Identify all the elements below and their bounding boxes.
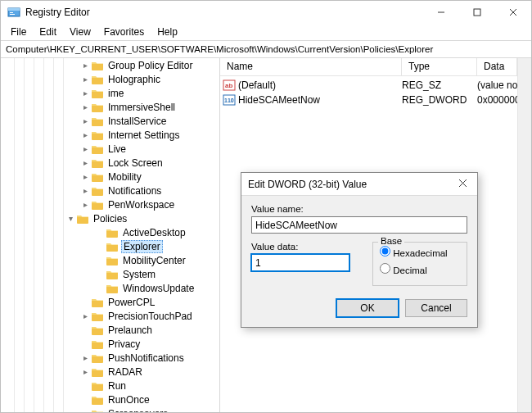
radio-hexadecimal[interactable]: Hexadecimal bbox=[380, 246, 460, 261]
tree-item[interactable]: Privacy bbox=[1, 337, 220, 351]
window-title: Registry Editor bbox=[25, 7, 423, 18]
tree-item[interactable]: ▸ime bbox=[1, 86, 220, 100]
folder-icon bbox=[106, 255, 119, 266]
tree-item-label: PenWorkspace bbox=[106, 199, 176, 211]
tree-pane[interactable]: ▸Group Policy Editor▸Holographic▸ime▸Imm… bbox=[1, 58, 220, 412]
folder-icon bbox=[106, 283, 119, 294]
maximize-button[interactable] bbox=[459, 1, 495, 24]
split-panes: ▸Group Policy Editor▸Holographic▸ime▸Imm… bbox=[1, 58, 531, 412]
tree-item[interactable]: PowerCPL bbox=[1, 295, 220, 309]
tree-expand-icon[interactable]: ▸ bbox=[79, 61, 91, 70]
address-bar[interactable]: Computer\HKEY_CURRENT_USER\SOFTWARE\Micr… bbox=[1, 40, 531, 58]
tree-item-label: Privacy bbox=[106, 338, 142, 350]
titlebar: Registry Editor bbox=[1, 1, 531, 24]
tree-item[interactable]: ActiveDesktop bbox=[1, 225, 220, 239]
folder-icon bbox=[106, 227, 119, 238]
tree-expand-icon[interactable]: ▸ bbox=[79, 144, 91, 153]
folder-icon bbox=[91, 157, 104, 169]
tree-expand-icon[interactable]: ▾ bbox=[65, 214, 76, 223]
tree-item[interactable]: ▾Policies bbox=[1, 211, 220, 225]
folder-icon bbox=[91, 129, 104, 141]
tree-expand-icon[interactable]: ▸ bbox=[79, 88, 91, 98]
tree-item[interactable]: WindowsUpdate bbox=[1, 281, 220, 295]
folder-icon bbox=[91, 366, 104, 378]
tree-item[interactable]: ▸Live bbox=[1, 142, 220, 156]
tree-expand-icon[interactable]: ▸ bbox=[79, 353, 91, 362]
tree-expand-icon[interactable]: ▸ bbox=[79, 158, 91, 167]
tree-item[interactable]: ▸Group Policy Editor bbox=[1, 58, 220, 72]
tree-expand-icon[interactable]: ▸ bbox=[79, 130, 91, 139]
minimize-button[interactable] bbox=[423, 1, 459, 24]
ok-button[interactable]: OK bbox=[336, 299, 399, 317]
tree-expand-icon[interactable]: ▸ bbox=[79, 367, 91, 376]
cancel-button[interactable]: Cancel bbox=[405, 299, 467, 317]
tree-item[interactable]: RunOnce bbox=[1, 393, 220, 406]
tree-expand-icon[interactable]: ▸ bbox=[79, 102, 91, 111]
registry-editor-window: Registry Editor File Edit View Favorites… bbox=[0, 0, 532, 413]
value-type-icon: ab bbox=[220, 79, 238, 92]
folder-icon bbox=[91, 338, 104, 350]
folder-icon bbox=[91, 408, 104, 413]
tree-item-label: Mobility bbox=[106, 171, 143, 183]
tree-item[interactable]: ▸Lock Screen bbox=[1, 156, 220, 170]
radio-decimal-input[interactable] bbox=[380, 263, 390, 274]
col-header-type[interactable]: Type bbox=[402, 58, 477, 75]
menu-edit[interactable]: Edit bbox=[33, 25, 63, 39]
tree-item-label: ime bbox=[106, 88, 125, 99]
tree-expand-icon[interactable]: ▸ bbox=[79, 311, 91, 320]
close-button[interactable] bbox=[495, 1, 531, 24]
tree-item[interactable]: ▸InstallService bbox=[1, 114, 220, 128]
folder-icon bbox=[91, 116, 104, 127]
value-data: 0x00000000 bbox=[477, 94, 517, 106]
folder-icon bbox=[91, 311, 104, 322]
tree-item[interactable]: ▸Notifications bbox=[1, 184, 220, 197]
tree-item-label: ActiveDesktop bbox=[121, 227, 187, 238]
tree-expand-icon[interactable]: ▸ bbox=[79, 409, 91, 412]
tree-expand-icon[interactable]: ▸ bbox=[79, 200, 91, 209]
tree-item[interactable]: Prelaunch bbox=[1, 323, 220, 337]
menu-help[interactable]: Help bbox=[151, 25, 184, 39]
radio-hexadecimal-input[interactable] bbox=[380, 246, 390, 256]
col-header-data[interactable]: Data bbox=[477, 58, 517, 75]
tree-expand-icon[interactable]: ▸ bbox=[79, 75, 91, 84]
menubar: File Edit View Favorites Help bbox=[1, 24, 531, 40]
tree-item[interactable]: Run bbox=[1, 379, 220, 393]
list-row[interactable]: 110HideSCAMeetNowREG_DWORD0x00000000 bbox=[220, 93, 517, 107]
base-legend: Base bbox=[378, 236, 404, 246]
folder-icon bbox=[91, 88, 104, 99]
dialog-close-button[interactable] bbox=[454, 178, 471, 190]
tree-item[interactable]: ▸PenWorkspace bbox=[1, 197, 220, 211]
tree-item[interactable]: Explorer bbox=[1, 239, 220, 253]
value-data-input[interactable] bbox=[251, 254, 349, 271]
col-header-name[interactable]: Name bbox=[220, 58, 402, 75]
tree-expand-icon[interactable]: ▸ bbox=[79, 116, 91, 125]
tree-item[interactable]: ▸Holographic bbox=[1, 72, 220, 86]
tree-expand-icon[interactable]: ▸ bbox=[79, 186, 91, 195]
dialog-titlebar: Edit DWORD (32-bit) Value bbox=[241, 173, 477, 196]
tree-item[interactable]: ▸Mobility bbox=[1, 170, 220, 184]
folder-icon bbox=[91, 352, 104, 364]
tree-item[interactable]: MobilityCenter bbox=[1, 253, 220, 267]
folder-icon bbox=[106, 269, 119, 280]
value-type-icon: 110 bbox=[220, 93, 238, 107]
tree-item-label: Lock Screen bbox=[106, 157, 165, 169]
list-vertical-scrollbar[interactable] bbox=[517, 58, 531, 412]
menu-favorites[interactable]: Favorites bbox=[97, 25, 151, 39]
tree-item[interactable]: ▸PrecisionTouchPad bbox=[1, 309, 220, 323]
radio-decimal[interactable]: Decimal bbox=[380, 263, 460, 278]
tree-item-label: PowerCPL bbox=[106, 297, 156, 308]
tree-item[interactable]: ▸RADAR bbox=[1, 365, 220, 379]
tree-item[interactable]: ▸Internet Settings bbox=[1, 128, 220, 142]
value-name-input[interactable] bbox=[251, 216, 467, 234]
menu-view[interactable]: View bbox=[63, 25, 97, 39]
tree-item[interactable]: ▸ImmersiveShell bbox=[1, 100, 220, 114]
list-row[interactable]: ab(Default)REG_SZ(value not s bbox=[220, 78, 517, 93]
tree-item[interactable]: ▸Screensavers bbox=[1, 406, 220, 412]
tree-item[interactable]: ▸PushNotifications bbox=[1, 351, 220, 365]
menu-file[interactable]: File bbox=[4, 25, 33, 39]
folder-icon bbox=[91, 324, 104, 336]
tree-expand-icon[interactable]: ▸ bbox=[79, 172, 91, 181]
tree-item[interactable]: System bbox=[1, 267, 220, 281]
radio-decimal-label: Decimal bbox=[393, 266, 427, 275]
tree-item-label: ImmersiveShell bbox=[106, 102, 177, 113]
